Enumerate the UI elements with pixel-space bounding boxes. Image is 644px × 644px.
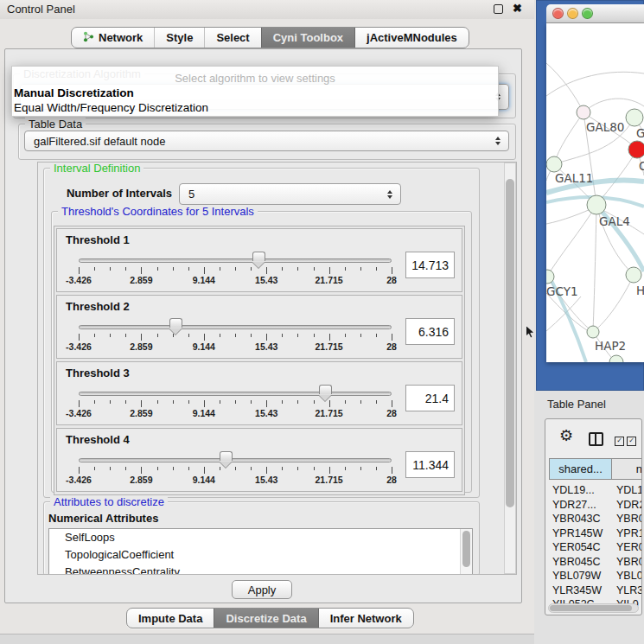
table-row[interactable]: YDR27...YDR2 [545,499,642,513]
slider-track[interactable] [79,325,392,329]
network-canvas[interactable]: GAL80 GA C GAL11 GAL4 GCY1 H HAP2 [546,23,644,362]
table-cell[interactable]: YPR145W [552,527,603,539]
table-cell[interactable]: YBR0 [616,556,642,568]
slider-track[interactable] [79,392,392,396]
table-cell[interactable]: YLR345W [552,584,602,596]
network-node[interactable] [577,105,590,119]
minimize-traffic-light-icon[interactable] [567,8,578,19]
slider-thumb[interactable] [319,385,332,394]
network-node[interactable] [587,326,599,338]
network-node[interactable] [587,195,606,214]
scale-label: 15.43 [255,275,277,285]
table-row[interactable]: YLR345WYLR3 [545,584,642,599]
float-window-icon[interactable] [494,4,503,14]
zoom-traffic-light-icon[interactable] [582,8,593,19]
network-node[interactable] [546,156,562,172]
network-node[interactable] [609,355,623,362]
table-cell[interactable]: YDL1 [616,484,642,496]
table-cell[interactable]: YDR2 [616,499,642,511]
attribute-list-item[interactable]: SelfLoops [49,529,472,546]
group-title: Table Data [25,118,86,131]
table-cell[interactable]: YBR045C [552,556,601,568]
group-title: Threshold's Coordinates for 5 Intervals [58,205,258,218]
scale-label: 28 [386,475,397,485]
network-node-label: H [636,284,644,297]
table-cell[interactable]: YDR27... [552,499,596,511]
column-header[interactable]: shared... [549,458,612,480]
network-node[interactable] [626,267,641,283]
tab-impute-data[interactable]: Impute Data [127,609,214,628]
attribute-list-item[interactable]: TopologicalCoefficient [49,546,472,564]
table-cell[interactable]: YBL0 [616,570,642,582]
attribute-list-item[interactable]: BetweennessCentrality [49,564,472,575]
table-row[interactable]: YER054CYER0 [545,541,642,556]
threshold-panel-1: Threshold 1-3.4262.8599.14415.4321.71528… [56,228,462,292]
network-node[interactable] [628,141,644,158]
tab-style[interactable]: Style [154,28,204,48]
control-panel-titlebar: Control Panel ✖ [0,0,534,19]
slider-track[interactable] [79,258,392,263]
close-traffic-light-icon[interactable] [552,8,564,19]
top-tab-bar: NetworkStyleSelectCyni ToolboxjActiveMNo… [71,27,469,48]
slider-thumb[interactable] [220,451,233,461]
close-icon[interactable]: ✖ [513,2,522,15]
slider-thumb[interactable] [252,252,265,261]
table-row[interactable]: YPR145WYPR1 [545,527,642,542]
scale-label: 15.43 [255,341,277,352]
slider-track[interactable] [79,458,392,462]
table-row[interactable]: YBR045CYBR0 [545,556,642,571]
algorithm-option[interactable]: Equal Width/Frequency Discretization [14,101,208,114]
table-cell[interactable]: YBL079W [552,570,601,582]
table-data-select[interactable]: galFiltered.sif default node [24,131,509,151]
main-scrollbar-thumb[interactable] [506,179,514,507]
gear-icon[interactable]: ⚙ [559,428,573,443]
table-cell[interactable]: YBR0 [616,513,642,525]
tab-select[interactable]: Select [204,28,260,48]
tab-infer-network[interactable]: Infer Network [318,609,413,628]
table-cell[interactable]: YLR3 [616,584,642,596]
tab-network[interactable]: Network [72,28,154,48]
network-window-titlebar[interactable] [546,4,644,23]
apply-button[interactable]: Apply [232,580,292,599]
threshold-value-field[interactable]: 14.713 [405,252,455,278]
threshold-value-field[interactable]: 11.344 [405,451,455,478]
table-row[interactable]: YDL19...YDL1 [545,484,642,499]
panel-title: Control Panel [7,3,75,16]
numerical-attributes-label: Numerical Attributes [48,512,158,525]
panel-bottom-divider [0,634,534,634]
threshold-value-field[interactable]: 21.4 [405,385,455,411]
table-cell[interactable]: YDL19... [552,484,595,496]
table-row[interactable]: YBR043CYBR0 [545,513,642,527]
checkbox-icon[interactable]: ✓ [615,437,624,446]
threshold-panel-3: Threshold 3-3.4262.8599.14415.4321.71528… [56,361,462,425]
table-cell[interactable]: YPR1 [616,527,642,539]
table-cell[interactable]: YBR043C [552,513,601,525]
table-cell[interactable]: YER054C [552,541,601,553]
slider-scale: -3.4262.8599.14415.4321.71528 [79,475,392,486]
table-row[interactable]: YBL079WYBL0 [545,570,642,584]
tab-jactivemnodules[interactable]: jActiveMNodules [354,28,469,48]
numerical-attributes-list: SelfLoopsTopologicalCoefficientBetweenne… [48,528,473,575]
column-header[interactable]: na [611,458,642,480]
scale-label: 9.144 [193,408,215,418]
threshold-value-field[interactable]: 6.316 [405,318,455,345]
table-scrollbar-thumb[interactable] [550,605,632,611]
threshold-label: Threshold 2 [66,300,130,313]
scale-label: 21.715 [316,475,343,485]
network-node[interactable] [626,109,643,126]
tab-discretize-data[interactable]: Discretize Data [214,609,317,628]
list-scrollbar [460,529,472,575]
tab-cyni-toolbox[interactable]: Cyni Toolbox [261,28,354,48]
checkbox-icon[interactable]: ✓ [627,437,636,446]
main-scrollbar [504,163,516,574]
slider-thumb[interactable] [169,318,182,328]
scale-label: 28 [386,275,397,285]
network-node-label: GAL4 [599,214,630,228]
group-title: Attributes to discretize [50,495,168,508]
table-cell[interactable]: YER0 [616,541,642,553]
num-intervals-spinner[interactable]: 5 [179,183,401,205]
split-view-icon[interactable] [589,432,603,446]
algorithm-option[interactable]: Manual Discretization [14,86,134,99]
list-items: SelfLoopsTopologicalCoefficientBetweenne… [49,529,472,575]
list-scrollbar-thumb[interactable] [462,531,470,567]
